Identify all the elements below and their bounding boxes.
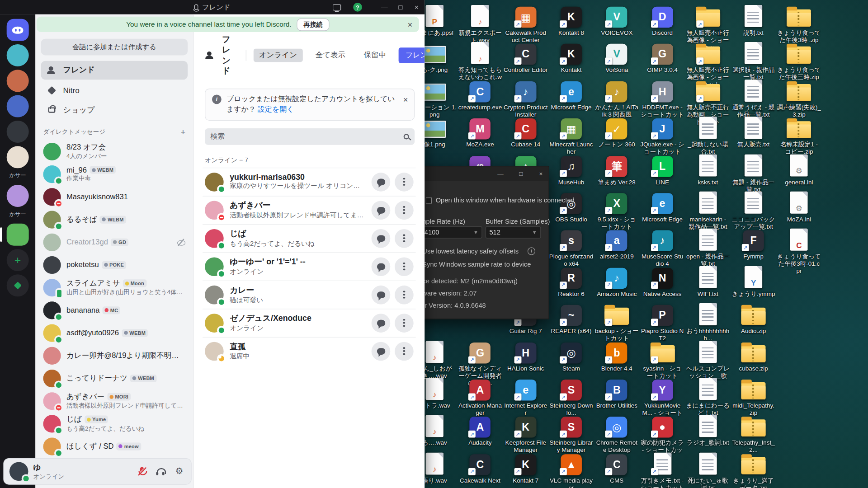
notice-close-icon[interactable]: × [403,94,408,106]
dm-item[interactable]: asdf@yuto0926 WEBM [40,321,189,344]
dialog-close-icon[interactable]: × [536,169,546,178]
dm-item[interactable]: poketetsu POKE [40,253,189,276]
desktop-icon[interactable]: N↗Native Access [640,266,685,298]
more-button[interactable] [395,342,414,361]
desktop-icon[interactable]: ラジオ_歌詞.txt [685,415,731,447]
sync-sample-rate-checkbox[interactable]: Sync Windows sample rate to device [412,261,531,268]
desktop-icon[interactable]: Telepathy_Inst_2... [731,415,776,454]
desktop-icon[interactable]: K↗Kontakt 8 [548,5,594,37]
desktop-icon[interactable]: C↗Cubase 14 [503,116,548,148]
dm-item[interactable]: Creator13gd GD [40,231,189,253]
desktop-icon[interactable]: A↗Audacity [458,415,503,447]
desktop-icon[interactable]: K↗Kontakt 7 [503,452,548,484]
dm-item[interactable]: bananana MC [40,299,189,321]
join-or-create-button[interactable]: 会話に参加または作成する [41,39,188,56]
server-avatar[interactable] [7,44,29,66]
tab-all[interactable]: 全て表示 [310,49,351,62]
desktop-icon[interactable]: C↗CMS [594,452,639,484]
server-label[interactable]: かサー [9,172,26,182]
desktop-icon[interactable]: a↗airset2-2019 [594,228,639,260]
tab-online[interactable]: オンライン [253,49,302,62]
desktop-icon[interactable]: きょうり_満了データ.zip [731,452,776,488]
desktop-icon[interactable]: L↗LINE [640,154,685,186]
desktop-icon[interactable]: V↗VoiSona [594,42,639,74]
maximize-icon[interactable]: □ [392,0,409,14]
friend-row[interactable]: ゼノデュス/Xenoduce オンライン [203,309,415,337]
desktop-icon[interactable]: ▲↗VLC media player [548,452,594,488]
desktop-icon[interactable]: 名称未設定1 - コピー.zip [776,116,821,155]
desktop-icon[interactable]: 無題 - 親作品一覧.txt [731,154,776,193]
mic-muted-icon[interactable] [137,466,146,476]
friend-row[interactable]: あずきバー 活動者様以外原則フレンド申請許可してません。 [203,196,415,224]
dm-item[interactable]: るるそば WEBM [40,208,189,230]
nav-shop[interactable]: ショップ [41,101,188,120]
nav-friends[interactable]: フレンド [41,61,188,80]
open-when-connected-checkbox[interactable]: Open this window when hardware is connec… [426,197,575,204]
more-button[interactable] [395,285,414,304]
dm-item[interactable]: 8/23 オフ会 4人のメンバー [40,140,189,163]
desktop-icon[interactable]: K↗Keepforest File Manager [503,415,548,454]
friend-row[interactable]: ゆーゆー' or '1'='1' -- オンライン [203,252,415,280]
desktop-icon[interactable]: e↗Microsoft Edge [640,191,685,223]
dm-item[interactable]: じば Yume もう高2だってよ、だるいね [40,412,189,435]
desktop-icon[interactable]: ⚙MoZA.ini [776,191,821,223]
server-avatar[interactable] [7,95,29,117]
desktop-icon[interactable]: ♫↗MuseHub [548,154,594,186]
more-button[interactable] [395,257,414,276]
dialog-minimize-icon[interactable]: — [495,169,505,178]
desktop-icon[interactable]: P↗Piapro Studio NT2 [640,303,685,342]
desktop-icon[interactable]: M↗MoZA.exe [458,116,503,148]
desktop-icon[interactable]: Cきょうり食ってた午後3時-01.cpr [776,228,821,275]
desktop-icon[interactable]: 筆↗筆まめ Ver.28 [594,154,639,186]
desktop-icon[interactable]: manisekarin - 親作品一覧.txt [685,191,731,230]
gear-icon[interactable]: ⚙ [175,467,184,476]
desktop-icon[interactable]: K↗Kontakt [548,42,594,74]
desktop-icon[interactable]: ⚙general.ini [776,154,821,186]
server-label[interactable]: かサー [9,210,26,220]
dm-item[interactable]: スライムアミサ Moon 山田と山田が好き(山田リョウと笑う4体の山) [40,276,189,299]
message-button[interactable] [372,173,391,192]
desktop-icon[interactable]: ◎↗Chrome Remote Desktop [594,415,639,454]
discord-home-button[interactable] [7,19,29,41]
server-avatar[interactable] [7,70,29,92]
desktop-icon[interactable]: ニコニコバックアップ一覧.txt [731,191,776,230]
friend-row[interactable]: yukkuri-marisa0630 家康のやりすツールを操ツール オリコンはオ… [203,168,415,196]
user-panel[interactable]: ゆ オンライン ⚙ [3,458,191,485]
desktop-icon[interactable]: きょうり食ってた午後3時 .zip [776,5,821,44]
server-avatar[interactable] [7,146,29,168]
friend-row[interactable]: じば もう高2だってよ、だるいね [203,224,415,252]
desktop-icon[interactable]: まにまにわーるど！.txt [685,377,731,417]
desktop-icon[interactable]: D↗Discord [640,5,685,37]
nav-nitro[interactable]: Nitro [41,81,188,100]
desktop-icon[interactable]: e↗Microsoft Edge [548,79,594,111]
more-button[interactable] [395,229,414,248]
desktop-icon[interactable]: cubase.zip [731,340,776,372]
desktop-icon[interactable]: H↗HALion Sonic [503,340,548,372]
desktop-icon[interactable]: C↗Cakewalk Next [458,452,503,484]
desktop-icon[interactable]: ♪↗Crypton Product Installer [503,79,548,118]
desktop-icon[interactable]: ◎↗OBS Studio [548,191,594,223]
banner-close-icon[interactable]: × [408,19,413,29]
desktop-icon[interactable]: ◎↗Steam [548,340,594,372]
more-button[interactable] [395,173,414,192]
desktop-icon[interactable]: ↗万引きメモ.txt - ショートカット [640,452,685,488]
dialog-maximize-icon[interactable]: □ [516,169,526,178]
sample-rate-select[interactable]: 44100 ▼ [417,226,482,239]
dm-item[interactable]: ほしくず / SD meow [40,435,189,457]
desktop-icon[interactable]: ✓↗ノートン 360 [594,116,639,148]
desktop-icon[interactable]: ↗syasinn - ショートカット [640,340,685,380]
message-button[interactable] [372,314,391,333]
desktop-icon[interactable]: ↗backup - ショートカット [594,303,639,342]
friends-search-input[interactable]: 検索 [205,128,415,145]
minimize-icon[interactable]: — [377,0,393,14]
desktop-icon[interactable]: H↗HDDFMT.exe - ショートカット [640,79,685,118]
desktop-icon[interactable]: 調声練習(失敗)_3.zip [776,79,821,118]
headphones-icon[interactable] [156,468,165,475]
desktop-icon[interactable]: 選択肢 - 親作品一覧.txt [731,42,776,81]
desktop-icon[interactable]: 説明.txt [731,5,776,37]
desktop-icon[interactable]: e↗Internet Explorer [503,377,548,417]
info-icon[interactable]: i [528,247,535,255]
server-avatar[interactable] [7,185,29,207]
desktop-icon[interactable]: Yきょうり.ymmp [731,266,776,298]
desktop-icon[interactable]: s↗Plogue sforzando x64 [548,228,594,267]
